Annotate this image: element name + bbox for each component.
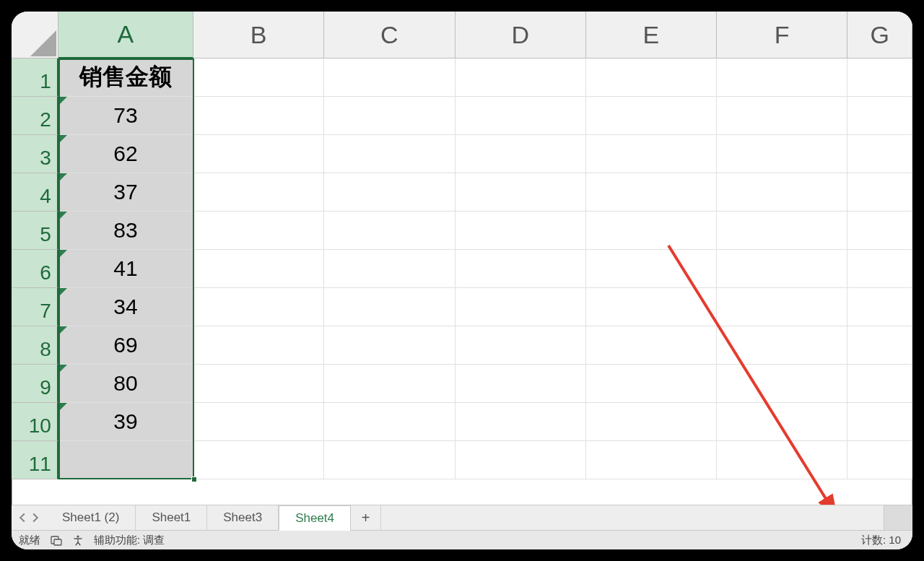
tab-next-icon[interactable]	[30, 513, 40, 523]
cell-D9[interactable]	[456, 365, 586, 403]
cell-D3[interactable]	[456, 135, 586, 173]
row-header-4[interactable]: 4	[12, 173, 58, 212]
sheet-tab-sheet1(2)[interactable]: Sheet1 (2)	[46, 505, 136, 530]
sheet-tab-sheet1[interactable]: Sheet1	[136, 505, 207, 530]
cell-A5[interactable]: 83	[58, 212, 193, 250]
cell-G1[interactable]	[847, 58, 912, 97]
cell-C11[interactable]	[324, 441, 455, 479]
cell-E5[interactable]	[586, 212, 717, 250]
add-sheet-button[interactable]: +	[351, 505, 381, 530]
cell-C7[interactable]	[324, 288, 455, 326]
cell-A1[interactable]: 销售金额	[58, 58, 193, 97]
row-header-1[interactable]: 1	[12, 58, 58, 97]
cell-A9[interactable]: 80	[58, 365, 193, 403]
cell-C6[interactable]	[324, 250, 455, 288]
cell-G6[interactable]	[847, 250, 912, 288]
cell-G3[interactable]	[847, 135, 912, 173]
cell-F9[interactable]	[717, 365, 847, 403]
cell-E9[interactable]	[586, 365, 717, 403]
cell-A2[interactable]: 73	[58, 97, 193, 135]
cell-A10[interactable]: 39	[58, 403, 193, 441]
cell-F11[interactable]	[717, 441, 847, 479]
cell-D8[interactable]	[456, 326, 586, 365]
cell-B9[interactable]	[193, 365, 324, 403]
cell-D7[interactable]	[456, 288, 586, 326]
accessibility-icon[interactable]	[72, 534, 84, 546]
column-header-A[interactable]: A	[58, 12, 193, 58]
cell-B6[interactable]	[193, 250, 324, 288]
cell-C2[interactable]	[324, 97, 455, 135]
row-header-11[interactable]: 11	[12, 441, 58, 479]
cell-B3[interactable]	[193, 135, 324, 173]
cell-D11[interactable]	[456, 441, 586, 479]
tab-scroll-area[interactable]	[381, 505, 884, 530]
cell-C10[interactable]	[324, 403, 455, 441]
cell-G9[interactable]	[847, 365, 912, 403]
column-header-C[interactable]: C	[324, 12, 455, 58]
cell-A8[interactable]: 69	[58, 326, 193, 365]
cell-F2[interactable]	[717, 97, 847, 135]
cell-B8[interactable]	[193, 326, 324, 365]
macro-record-icon[interactable]	[51, 534, 62, 546]
cell-E8[interactable]	[586, 326, 717, 365]
cell-G2[interactable]	[847, 97, 912, 135]
column-header-D[interactable]: D	[456, 12, 586, 58]
cell-E1[interactable]	[586, 58, 717, 97]
cell-D5[interactable]	[456, 212, 586, 250]
row-header-7[interactable]: 7	[12, 288, 58, 326]
cell-G7[interactable]	[847, 288, 912, 326]
cell-E3[interactable]	[586, 135, 717, 173]
select-all-corner[interactable]	[12, 12, 58, 58]
cell-D4[interactable]	[456, 173, 586, 212]
cell-E6[interactable]	[586, 250, 717, 288]
row-header-2[interactable]: 2	[12, 97, 58, 135]
cell-A11[interactable]	[58, 441, 193, 479]
row-header-9[interactable]: 9	[12, 365, 58, 403]
cell-C9[interactable]	[324, 365, 455, 403]
cell-F6[interactable]	[717, 250, 847, 288]
cell-B7[interactable]	[193, 288, 324, 326]
tab-scroll-end[interactable]	[884, 505, 912, 530]
cell-B11[interactable]	[193, 441, 324, 479]
cell-G11[interactable]	[847, 441, 912, 479]
cell-F1[interactable]	[717, 58, 847, 97]
cell-E2[interactable]	[586, 97, 717, 135]
row-header-5[interactable]: 5	[12, 212, 58, 250]
cell-F4[interactable]	[717, 173, 847, 212]
row-header-6[interactable]: 6	[12, 250, 58, 288]
cell-D10[interactable]	[456, 403, 586, 441]
cell-F5[interactable]	[717, 212, 847, 250]
cell-E11[interactable]	[586, 441, 717, 479]
status-accessibility[interactable]: 辅助功能: 调查	[94, 534, 165, 547]
row-header-8[interactable]: 8	[12, 326, 58, 365]
tab-prev-icon[interactable]	[17, 513, 27, 523]
column-header-G[interactable]: G	[847, 12, 912, 58]
sheet-tab-sheet4[interactable]: Sheet4	[279, 505, 351, 531]
row-header-10[interactable]: 10	[12, 403, 58, 441]
column-header-E[interactable]: E	[586, 12, 717, 58]
cell-A3[interactable]: 62	[58, 135, 193, 173]
cell-G4[interactable]	[847, 173, 912, 212]
sheet-tab-sheet3[interactable]: Sheet3	[207, 505, 279, 530]
cell-E10[interactable]	[586, 403, 717, 441]
cell-C1[interactable]	[324, 58, 455, 97]
cell-F10[interactable]	[717, 403, 847, 441]
cell-C4[interactable]	[324, 173, 455, 212]
row-header-3[interactable]: 3	[12, 135, 58, 173]
cell-A7[interactable]: 34	[58, 288, 193, 326]
cell-E4[interactable]	[586, 173, 717, 212]
cell-C5[interactable]	[324, 212, 455, 250]
cell-B4[interactable]	[193, 173, 324, 212]
selection-fill-handle[interactable]	[191, 477, 197, 482]
cell-G5[interactable]	[847, 212, 912, 250]
cell-B10[interactable]	[193, 403, 324, 441]
cell-F3[interactable]	[717, 135, 847, 173]
cell-B5[interactable]	[193, 212, 324, 250]
cell-G8[interactable]	[847, 326, 912, 365]
cell-G10[interactable]	[847, 403, 912, 441]
cell-D2[interactable]	[456, 97, 586, 135]
cell-E7[interactable]	[586, 288, 717, 326]
cell-F7[interactable]	[717, 288, 847, 326]
cell-D6[interactable]	[456, 250, 586, 288]
cell-C8[interactable]	[324, 326, 455, 365]
